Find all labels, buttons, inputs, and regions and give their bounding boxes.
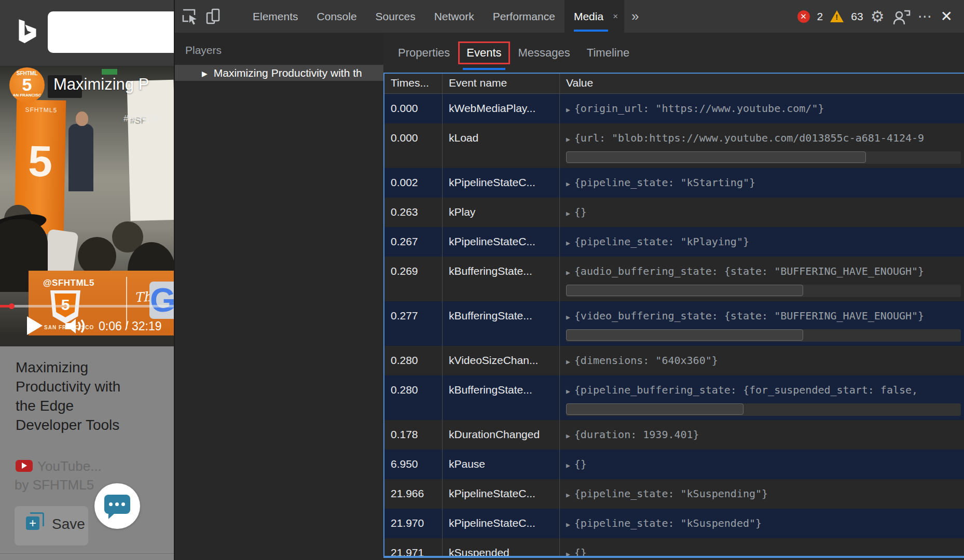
channel-avatar[interactable]: SFHTML 5 AN FRANCISC: [9, 67, 45, 103]
devtools-tab-media[interactable]: Media×: [564, 0, 624, 33]
channel-name: YouTube...: [37, 458, 102, 474]
player-list-item[interactable]: ▶Maximizing Productivity with th: [175, 65, 383, 81]
scrollbar-thumb[interactable]: [566, 151, 866, 163]
youtube-icon: [16, 460, 33, 472]
close-devtools-icon[interactable]: ✕: [941, 8, 953, 25]
event-table-row[interactable]: 0.178kDurationChanged▶{duration: 1939.40…: [384, 420, 964, 450]
disclosure-triangle-icon[interactable]: ▶: [566, 358, 570, 366]
disclosure-triangle-icon[interactable]: ▶: [566, 387, 570, 395]
event-table-row[interactable]: 0.263kPlay▶{}: [384, 198, 964, 227]
disclosure-triangle-icon[interactable]: ▶: [566, 106, 570, 114]
event-table-row[interactable]: 0.280kBufferingState...▶{pipeline_buffer…: [384, 375, 964, 420]
more-tabs-chevron-icon[interactable]: »: [624, 8, 646, 24]
byline: by SFHTML5: [15, 477, 94, 493]
event-table-row[interactable]: 6.950kPause▶{}: [384, 450, 964, 479]
subtab-events[interactable]: Events: [458, 41, 509, 64]
disclosure-triangle-icon[interactable]: ▶: [566, 180, 570, 188]
devtools-tab-console[interactable]: Console: [308, 0, 366, 33]
expand-arrow-icon[interactable]: ▶: [202, 66, 208, 81]
timestamp-cell: 0.000: [384, 123, 443, 168]
scrollbar-thumb[interactable]: [566, 285, 803, 296]
more-options-icon[interactable]: ⋯: [918, 8, 933, 25]
event-name-cell: kPipelineStateC...: [443, 509, 560, 538]
devtools-tab-network[interactable]: Network: [425, 0, 484, 33]
save-button[interactable]: Save: [15, 506, 88, 545]
horizontal-scrollbar[interactable]: [566, 403, 961, 416]
browser-window: #SF SFHTML5 5 @SFHTML5 5 SAN FRANCISCO: [0, 0, 174, 560]
exit-sign: [102, 69, 117, 75]
play-button[interactable]: [27, 316, 43, 335]
event-name-cell: kPipelineStateC...: [443, 479, 560, 509]
event-table-row[interactable]: 0.280kVideoSizeChan...▶{dimensions: "640…: [384, 346, 964, 375]
disclosure-triangle-icon[interactable]: ▶: [566, 135, 570, 143]
column-header-value[interactable]: Value: [560, 74, 964, 93]
scrollbar-thumb[interactable]: [566, 403, 743, 415]
time-display: 0:06 / 32:19: [99, 319, 162, 333]
event-name-cell: kLoad: [443, 123, 560, 168]
event-name-cell: kBufferingState...: [443, 375, 560, 420]
value-text: {audio_buffering_state: {state: "BUFFERI…: [574, 265, 924, 277]
column-header-timestamp[interactable]: Times...: [384, 74, 443, 93]
scrollbar-thumb[interactable]: [566, 329, 803, 341]
event-table-row[interactable]: 0.000kLoad▶{url: "blob:https://www.youtu…: [384, 123, 964, 168]
warning-icon[interactable]: [830, 10, 844, 22]
disclosure-triangle-icon[interactable]: ▶: [566, 269, 570, 276]
error-count: 2: [817, 10, 823, 23]
inspect-element-icon[interactable]: [181, 8, 199, 25]
event-table-row[interactable]: 21.971kSuspended▶{}: [384, 538, 964, 557]
disclosure-triangle-icon[interactable]: ▶: [566, 313, 570, 321]
event-table-row[interactable]: 0.269kBufferingState...▶{audio_buffering…: [384, 257, 964, 301]
progress-knob[interactable]: [9, 303, 15, 309]
disclosure-triangle-icon[interactable]: ▶: [566, 521, 570, 528]
value-text: {dimensions: "640x360"}: [574, 354, 718, 367]
settings-gear-icon[interactable]: ⚙: [871, 7, 885, 25]
disclosure-triangle-icon[interactable]: ▶: [566, 239, 570, 247]
audience-head: [78, 237, 116, 275]
subtab-timeline[interactable]: Timeline: [579, 43, 638, 63]
event-table-row[interactable]: 21.970kPipelineStateC...▶{pipeline_state…: [384, 509, 964, 538]
search-input[interactable]: [48, 11, 183, 53]
event-table-row[interactable]: 0.267kPipelineStateC...▶{pipeline_state:…: [384, 227, 964, 257]
timestamp-cell: 0.280: [384, 346, 443, 375]
timestamp-cell: 21.970: [384, 509, 443, 538]
event-table-row[interactable]: 0.277kBufferingState...▶{video_buffering…: [384, 301, 964, 346]
video-progress-bar[interactable]: [0, 305, 174, 307]
horizontal-scrollbar[interactable]: [566, 285, 961, 297]
event-name-cell: kWebMediaPlay...: [443, 94, 560, 123]
subtab-messages[interactable]: Messages: [510, 43, 579, 63]
volume-button[interactable]: [65, 318, 87, 334]
devtools-tab-sources[interactable]: Sources: [366, 0, 425, 33]
column-header-event-name[interactable]: Event name: [443, 74, 560, 93]
devtools-tab-elements[interactable]: Elements: [243, 0, 308, 33]
horizontal-scrollbar[interactable]: [566, 151, 961, 164]
value-cell: ▶{url: "blob:https://www.youtube.com/d01…: [560, 123, 964, 168]
event-table-row[interactable]: 21.966kPipelineStateC...▶{pipeline_state…: [384, 479, 964, 509]
disclosure-triangle-icon[interactable]: ▶: [566, 432, 570, 440]
value-cell: ▶{video_buffering_state: {state: "BUFFER…: [560, 301, 964, 346]
speaker-head: [76, 111, 88, 126]
device-toolbar-icon[interactable]: [205, 8, 223, 25]
chat-fab-button[interactable]: [94, 483, 140, 529]
value-text: {pipeline_state: "kPlaying"}: [574, 235, 749, 248]
devtools-tab-performance[interactable]: Performance: [484, 0, 564, 33]
disclosure-triangle-icon[interactable]: ▶: [566, 461, 570, 469]
video-player[interactable]: #SF SFHTML5 5 @SFHTML5 5 SAN FRANCISCO: [0, 66, 174, 346]
devtools-panel: ElementsConsoleSourcesNetworkPerformance…: [174, 0, 964, 560]
timestamp-cell: 0.280: [384, 375, 443, 420]
google-g-logo: G: [149, 282, 174, 319]
warning-count: 63: [851, 10, 863, 23]
video-overlay-title: Maximizing P: [53, 75, 149, 94]
close-tab-icon[interactable]: ×: [613, 0, 618, 33]
video-details-panel: MaximizingProductivity withthe EdgeDevel…: [0, 346, 174, 560]
error-badge-icon[interactable]: ✕: [797, 10, 810, 23]
subtab-properties[interactable]: Properties: [390, 43, 458, 63]
bing-logo-icon[interactable]: [16, 18, 39, 49]
disclosure-triangle-icon[interactable]: ▶: [566, 209, 570, 217]
event-table-row[interactable]: 0.000kWebMediaPlay...▶{origin_url: "http…: [384, 94, 964, 123]
table-focus-border: [383, 556, 964, 558]
event-table-row[interactable]: 0.002kPipelineStateC...▶{pipeline_state:…: [384, 168, 964, 198]
disclosure-triangle-icon[interactable]: ▶: [566, 491, 570, 499]
issues-person-icon[interactable]: [892, 8, 911, 25]
value-text: {pipeline_state: "kSuspending"}: [574, 487, 768, 500]
horizontal-scrollbar[interactable]: [566, 329, 961, 342]
